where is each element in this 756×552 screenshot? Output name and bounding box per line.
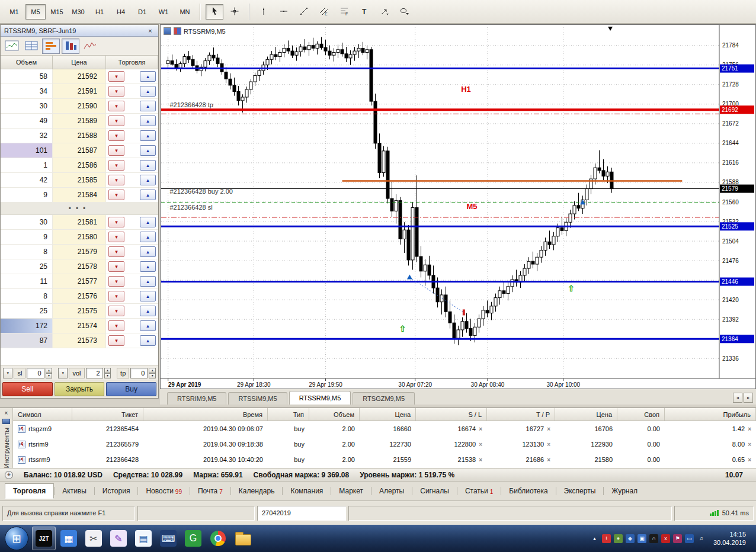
price-cell[interactable]: 21591 xyxy=(53,84,106,98)
dom-buy-button[interactable]: ▴ xyxy=(140,101,156,111)
price-cell[interactable]: 21577 xyxy=(53,274,106,288)
vol-input[interactable]: 2 xyxy=(86,368,103,378)
column-header-symbol[interactable]: Символ xyxy=(13,408,72,421)
dom-sell-button[interactable]: ▾ xyxy=(108,101,124,111)
chart-tab-3[interactable]: RTSGZM9,M5 xyxy=(353,392,415,405)
chart-tab-0[interactable]: RTSRIM9,M5 xyxy=(167,392,226,405)
column-header-volume[interactable]: Объем xyxy=(309,408,360,421)
remove-sl-icon[interactable]: × xyxy=(479,441,482,448)
antivirus-tray-icon[interactable]: x xyxy=(661,534,670,543)
remove-profit-icon[interactable]: × xyxy=(748,457,751,463)
dom-sell-button[interactable]: ▾ xyxy=(108,276,124,287)
equidistant-channel-tool-button[interactable]: E xyxy=(315,4,333,20)
price-cell[interactable]: 21581 xyxy=(53,215,106,229)
arrows-tool-button[interactable] xyxy=(376,4,393,20)
dom-sell-button[interactable]: ▾ xyxy=(108,261,124,272)
market-depth-toggle-icon[interactable] xyxy=(164,27,171,35)
dom-sell-button[interactable]: ▾ xyxy=(108,246,124,257)
remove-sl-icon[interactable]: × xyxy=(479,426,482,432)
status-input-field[interactable]: 27042019 xyxy=(257,506,346,521)
close-position-button[interactable]: Закрыть xyxy=(55,382,105,396)
dom-buy-button[interactable]: ▴ xyxy=(140,232,156,242)
sync-tray-icon[interactable]: ▣ xyxy=(638,534,646,543)
dom-sell-button[interactable]: ▾ xyxy=(108,232,124,242)
scroll-left-icon[interactable]: ◂ xyxy=(733,393,742,403)
pen-tool-app[interactable]: ✎ xyxy=(107,527,130,550)
dom-sell-button[interactable]: ▾ xyxy=(108,115,124,126)
sl-type-dropdown[interactable]: ▾ xyxy=(3,368,12,378)
trendline-tool-button[interactable] xyxy=(295,4,313,20)
remove-tp-icon[interactable]: × xyxy=(547,457,550,463)
toolbox-tab-активы[interactable]: Активы xyxy=(55,484,94,498)
start-button[interactable]: ⊞ xyxy=(5,527,28,550)
price-cell[interactable]: 21586 xyxy=(53,158,106,172)
dom-sell-button[interactable]: ▾ xyxy=(108,190,124,200)
toolbox-tab-почта[interactable]: Почта7 xyxy=(190,484,230,498)
toolbox-tab-журнал[interactable]: Журнал xyxy=(604,484,645,498)
file-explorer-app[interactable] xyxy=(231,527,255,550)
column-header-time[interactable]: Время xyxy=(143,408,268,421)
timeframe-button-m30[interactable]: M30 xyxy=(68,4,88,20)
dom-buy-button[interactable]: ▴ xyxy=(140,86,156,97)
toolbox-tab-история[interactable]: История xyxy=(95,484,138,498)
price-cell[interactable]: 21590 xyxy=(53,99,106,113)
toolbox-tab-торговля[interactable]: Торговля xyxy=(5,483,54,499)
dom-buy-button[interactable]: ▴ xyxy=(140,320,156,331)
dom-buy-button[interactable]: ▴ xyxy=(140,306,156,316)
dom-column-header-0[interactable]: Объем xyxy=(1,56,53,69)
timeframe-button-m15[interactable]: M15 xyxy=(47,4,67,20)
candlestick-chart[interactable]: 2178421756217282170021672216442161621588… xyxy=(161,25,755,389)
tp-input[interactable]: 0 xyxy=(130,368,148,378)
price-cell[interactable]: 21592 xyxy=(53,69,106,84)
sl-input[interactable]: 0 xyxy=(27,368,44,378)
price-cell[interactable]: 21588 xyxy=(53,129,106,143)
greenshot-app[interactable]: G xyxy=(181,527,205,550)
price-cell[interactable]: 21585 xyxy=(53,173,106,187)
timeframe-button-m1[interactable]: M1 xyxy=(4,4,24,20)
timeframe-button-w1[interactable]: W1 xyxy=(153,4,174,20)
chart-window[interactable]: 2178421756217282170021672216442161621588… xyxy=(160,24,756,389)
dom-sell-button[interactable]: ▾ xyxy=(108,145,124,156)
vol-stepper[interactable]: ▴▾ xyxy=(104,368,111,378)
price-cell[interactable]: 21576 xyxy=(53,289,106,303)
toolbox-tab-библиотека[interactable]: Библиотека xyxy=(501,484,555,498)
oneclick-trading-toggle-icon[interactable] xyxy=(174,27,181,35)
dom-buy-button[interactable]: ▴ xyxy=(140,217,156,227)
column-header-price_current[interactable]: Цена xyxy=(555,408,617,421)
hidden-icons-icon[interactable]: ▴ xyxy=(590,534,599,543)
column-header-sl[interactable]: S / L xyxy=(416,408,487,421)
remove-profit-icon[interactable]: × xyxy=(748,441,751,448)
remove-tp-icon[interactable]: × xyxy=(547,441,550,448)
toolbox-tab-компания[interactable]: Компания xyxy=(283,484,331,498)
j2t-app[interactable]: J2T xyxy=(32,527,56,550)
dom-buy-button[interactable]: ▴ xyxy=(140,190,156,200)
market-depth-grid-button[interactable] xyxy=(23,38,40,54)
remove-tp-icon[interactable]: × xyxy=(547,426,550,432)
dom-buy-button[interactable]: ▴ xyxy=(140,145,156,156)
cursor-tool-button[interactable] xyxy=(206,4,223,20)
dom-sell-button[interactable]: ▾ xyxy=(108,130,124,141)
dom-buy-button[interactable]: ▴ xyxy=(140,276,156,287)
scroll-right-icon[interactable]: ▸ xyxy=(744,393,753,403)
taskbar-clock[interactable]: 14:15 30.04.2019 xyxy=(713,530,746,547)
dom-sell-button[interactable]: ▾ xyxy=(108,335,124,346)
toolbox-tab-эксперты[interactable]: Эксперты xyxy=(556,484,604,498)
timeframe-button-mn[interactable]: MN xyxy=(175,4,195,20)
column-header-swap[interactable]: Своп xyxy=(617,408,665,421)
vertical-line-tool-button[interactable] xyxy=(255,4,273,20)
buy-button[interactable]: Buy xyxy=(106,382,156,396)
crosshair-tool-button[interactable] xyxy=(226,4,244,20)
horizontal-line-tool-button[interactable] xyxy=(275,4,293,20)
dom-sell-button[interactable]: ▾ xyxy=(108,86,124,97)
price-cell[interactable]: 21578 xyxy=(53,259,106,274)
dom-buy-button[interactable]: ▴ xyxy=(140,160,156,171)
chart-tab-2[interactable]: RTSSRM9,M5 xyxy=(289,391,351,405)
volume-profile-button[interactable] xyxy=(42,38,60,54)
toolbox-vertical-tab[interactable]: Инструменты xyxy=(3,428,10,468)
toolbox-tab-алерты[interactable]: Алерты xyxy=(371,484,412,498)
dom-sell-button[interactable]: ▾ xyxy=(108,175,124,185)
tp-stepper[interactable]: ▴▾ xyxy=(149,368,156,378)
dom-column-header-1[interactable]: Цена xyxy=(53,56,106,69)
dom-buy-button[interactable]: ▴ xyxy=(140,130,156,141)
column-header-tp[interactable]: T / P xyxy=(487,408,555,421)
